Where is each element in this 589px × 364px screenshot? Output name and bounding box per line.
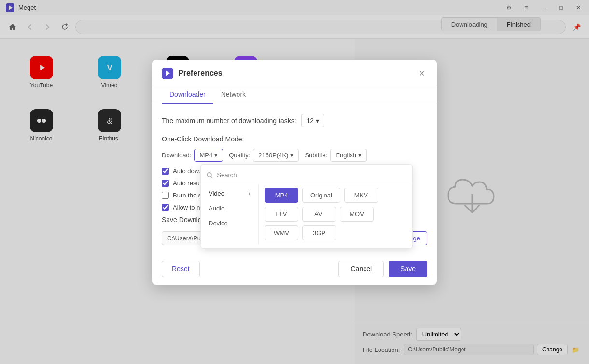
quality-select[interactable]: 2160P(4K) ▾ <box>253 149 299 162</box>
format-options: MP4 Original MKV FLV AVI MOV WMV 3GP <box>259 184 412 244</box>
dialog-header: Preferences ✕ <box>152 60 437 85</box>
subtitle-field-label: Subtitle: <box>305 152 327 159</box>
format-flv[interactable]: FLV <box>265 207 298 222</box>
reset-btn[interactable]: Reset <box>162 261 200 277</box>
format-row-1: MP4 Original MKV <box>265 188 407 203</box>
max-tasks-select[interactable]: 12 ▾ <box>301 114 325 127</box>
oneclick-row: Download: MP4 ▾ Quality: 2160P(4K) ▾ Sub… <box>162 149 427 162</box>
category-audio[interactable]: Audio <box>201 201 258 216</box>
modal-overlay: Preferences ✕ Downloader Network The max… <box>0 0 589 364</box>
format-wmv[interactable]: WMV <box>265 225 298 240</box>
cancel-btn[interactable]: Cancel <box>338 261 384 277</box>
burn-subtitle-checkbox[interactable] <box>162 192 169 199</box>
search-icon <box>207 172 213 179</box>
quality-field-label: Quality: <box>229 152 250 159</box>
format-body: Video › Audio Device MP4 Original MKV FL… <box>201 184 412 244</box>
format-mov[interactable]: MOV <box>340 207 374 222</box>
tab-network[interactable]: Network <box>213 85 253 104</box>
format-avi[interactable]: AVI <box>302 207 336 222</box>
svg-marker-20 <box>166 70 170 76</box>
dialog-footer: Reset Cancel Save <box>152 255 437 285</box>
tab-downloader[interactable]: Downloader <box>162 85 213 104</box>
format-mp4[interactable]: MP4 <box>265 188 298 203</box>
save-btn[interactable]: Save <box>389 261 427 277</box>
download-format-select[interactable]: MP4 ▾ <box>194 149 223 162</box>
download-field: Download: MP4 ▾ <box>162 149 223 162</box>
format-search <box>201 168 412 182</box>
format-row-3: WMV 3GP <box>265 225 407 240</box>
dialog-logo <box>162 68 173 79</box>
allow-notify-checkbox[interactable] <box>162 204 169 211</box>
auto-download-label: Auto dow... <box>173 168 204 175</box>
format-row-2: FLV AVI MOV <box>265 207 407 222</box>
max-tasks-row: The maximum number of downloading tasks:… <box>162 114 427 127</box>
auto-download-checkbox[interactable] <box>162 168 169 175</box>
footer-right: Cancel Save <box>338 261 427 277</box>
max-tasks-label: The maximum number of downloading tasks: <box>162 117 296 125</box>
category-video[interactable]: Video › <box>201 186 258 201</box>
format-categories: Video › Audio Device <box>201 184 259 244</box>
svg-point-21 <box>207 172 211 177</box>
format-3gp[interactable]: 3GP <box>302 225 336 240</box>
subtitle-field: Subtitle: English ▾ <box>305 149 367 162</box>
format-dropdown: Video › Audio Device MP4 Original MKV FL… <box>200 164 413 249</box>
download-field-label: Download: <box>162 152 191 159</box>
subtitle-select[interactable]: English ▾ <box>330 149 367 162</box>
quality-field: Quality: 2160P(4K) ▾ <box>229 149 299 162</box>
format-search-input[interactable] <box>217 171 407 179</box>
dialog-tabs: Downloader Network <box>152 85 437 104</box>
category-device[interactable]: Device <box>201 216 258 231</box>
svg-line-22 <box>211 176 212 178</box>
format-mkv[interactable]: MKV <box>344 188 378 203</box>
format-original[interactable]: Original <box>302 188 340 203</box>
dialog-close-btn[interactable]: ✕ <box>416 68 427 79</box>
dialog-title: Preferences <box>178 69 416 78</box>
auto-resume-checkbox[interactable] <box>162 180 169 187</box>
oneclick-section-label: One-Click Download Mode: <box>162 135 427 143</box>
